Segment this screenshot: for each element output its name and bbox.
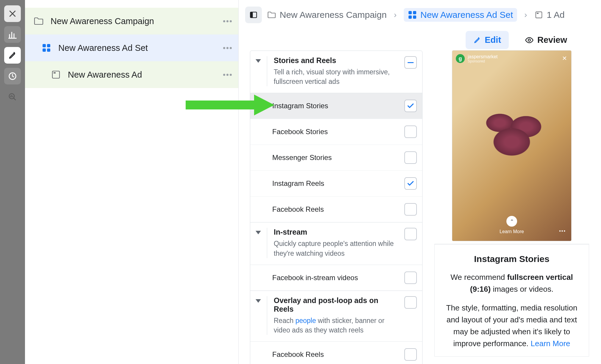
placement-label: Instagram Reels <box>256 179 324 188</box>
grid-icon <box>408 10 417 19</box>
ad-icon <box>534 10 543 19</box>
placement-label: Facebook Reels <box>256 205 324 214</box>
close-icon <box>8 9 17 18</box>
tree-row-label: New Awareness Ad Set <box>58 43 148 53</box>
chevron-right-icon: › <box>392 10 398 20</box>
preview-cta: Learn More <box>452 229 571 234</box>
tree-row-label: New Awareness Ad <box>68 70 142 80</box>
placement-checkbox[interactable] <box>404 125 417 138</box>
review-button-label: Review <box>537 35 567 45</box>
ad-icon <box>49 68 62 81</box>
tree-row-adset[interactable]: New Awareness Ad Set <box>25 34 238 61</box>
more-icon: ••• <box>559 228 566 234</box>
preview-brand: jaspersmarket <box>468 54 497 59</box>
inspect-button[interactable] <box>4 89 21 105</box>
more-button[interactable] <box>223 74 232 76</box>
placement-row[interactable]: Facebook Reels <box>250 342 422 364</box>
placement-section-header[interactable]: In-streamQuickly capture people's attent… <box>250 222 422 265</box>
breadcrumb-label: New Awareness Ad Set <box>420 10 513 20</box>
tree-row-campaign[interactable]: New Awareness Campaign <box>25 8 238 34</box>
avatar-icon: g <box>456 54 465 63</box>
panel-toggle-button[interactable] <box>245 7 262 23</box>
placement-label: Facebook Stories <box>256 128 328 136</box>
campaign-tree: New Awareness Campaign New Awareness Ad … <box>25 0 239 364</box>
placement-row[interactable]: Instagram Stories <box>250 93 422 119</box>
placement-checkbox[interactable] <box>404 177 417 190</box>
section-checkbox[interactable] <box>404 296 417 309</box>
story-preview: g jaspersmarket Sponsored ✕ ⌃ Learn More… <box>452 51 571 241</box>
left-rail <box>0 0 25 364</box>
svg-rect-4 <box>186 101 254 109</box>
preview-sponsored: Sponsored <box>468 59 497 63</box>
placement-row[interactable]: Messenger Stories <box>250 145 422 171</box>
breadcrumb-adset[interactable]: New Awareness Ad Set <box>404 8 517 22</box>
breadcrumb-label: 1 Ad <box>547 10 565 20</box>
placement-label: Facebook in-stream videos <box>256 274 358 282</box>
tree-row-ad[interactable]: New Awareness Ad <box>25 61 238 88</box>
preview-info: Instagram Stories We recommend fullscree… <box>434 244 589 357</box>
placement-checkbox[interactable] <box>404 203 417 216</box>
section-title: Stories and Reels <box>274 56 400 65</box>
placement-label: Facebook Reels <box>256 350 324 359</box>
topbar: New Awareness Campaign › New Awareness A… <box>239 0 601 48</box>
section-title: Overlay and post-loop ads on Reels <box>274 296 400 313</box>
breadcrumb: New Awareness Campaign › New Awareness A… <box>245 7 589 23</box>
svg-rect-7 <box>251 12 253 18</box>
preview-info-title: Instagram Stories <box>441 254 583 264</box>
chevron-down-icon <box>256 231 261 234</box>
close-button[interactable] <box>4 5 21 22</box>
placement-checkbox[interactable] <box>404 348 417 361</box>
section-desc: Reach people with sticker, banner or vid… <box>274 316 400 335</box>
edit-button-rail[interactable] <box>4 47 21 64</box>
placement-section-header[interactable]: Stories and ReelsTell a rich, visual sto… <box>250 51 422 93</box>
svg-rect-3 <box>54 72 56 73</box>
learn-more-link[interactable]: Learn More <box>531 339 570 348</box>
placement-row[interactable]: Instagram Reels <box>250 171 422 197</box>
panel-icon <box>249 11 258 19</box>
placement-row[interactable]: Facebook Reels <box>250 197 422 222</box>
section-desc: Tell a rich, visual story with immersive… <box>274 67 400 86</box>
preview-info-body: The style, formatting, media resolution … <box>441 302 583 350</box>
placement-label: Messenger Stories <box>256 153 332 162</box>
review-button[interactable]: Review <box>517 31 575 49</box>
svg-rect-9 <box>537 13 539 14</box>
folder-icon <box>32 15 45 28</box>
breadcrumb-ad[interactable]: 1 Ad <box>534 10 565 20</box>
placement-row[interactable]: Facebook Stories <box>250 119 422 145</box>
section-checkbox[interactable] <box>404 228 417 240</box>
eye-icon <box>525 36 534 45</box>
tree-row-label: New Awareness Campaign <box>51 16 154 26</box>
bar-chart-icon <box>8 30 17 39</box>
placement-checkbox[interactable] <box>404 272 417 284</box>
svg-point-10 <box>528 39 530 41</box>
charts-button[interactable] <box>4 26 21 43</box>
edit-button[interactable]: Edit <box>466 31 509 49</box>
more-button[interactable] <box>223 20 232 22</box>
more-button[interactable] <box>223 47 232 49</box>
svg-rect-8 <box>536 12 542 18</box>
grid-icon <box>40 41 53 54</box>
edit-button-label: Edit <box>485 35 501 45</box>
svg-rect-2 <box>52 71 60 78</box>
folder-icon <box>267 10 276 19</box>
placements-panel: Stories and ReelsTell a rich, visual sto… <box>250 51 422 364</box>
placement-section-header[interactable]: Overlay and post-loop ads on ReelsReach … <box>250 291 422 342</box>
clock-icon <box>8 72 17 81</box>
pencil-icon <box>473 36 481 44</box>
history-button[interactable] <box>4 68 21 84</box>
placement-row[interactable]: Facebook in-stream videos <box>250 265 422 291</box>
section-checkbox[interactable] <box>404 56 417 69</box>
chevron-up-icon: ⌃ <box>506 216 517 227</box>
magnify-chart-icon <box>8 92 17 101</box>
placement-checkbox[interactable] <box>404 100 417 112</box>
preview-info-recommend: We recommend fullscreen vertical (9:16) … <box>441 271 583 295</box>
chevron-right-icon: › <box>522 10 529 20</box>
close-icon: ✕ <box>562 55 567 62</box>
preview-pane: g jaspersmarket Sponsored ✕ ⌃ Learn More… <box>434 51 589 364</box>
pencil-icon <box>8 51 17 60</box>
breadcrumb-campaign[interactable]: New Awareness Campaign <box>267 10 387 20</box>
annotation-arrow-icon <box>186 92 275 119</box>
people-link[interactable]: people <box>295 317 316 324</box>
section-title: In-stream <box>274 228 400 236</box>
placement-checkbox[interactable] <box>404 151 417 164</box>
